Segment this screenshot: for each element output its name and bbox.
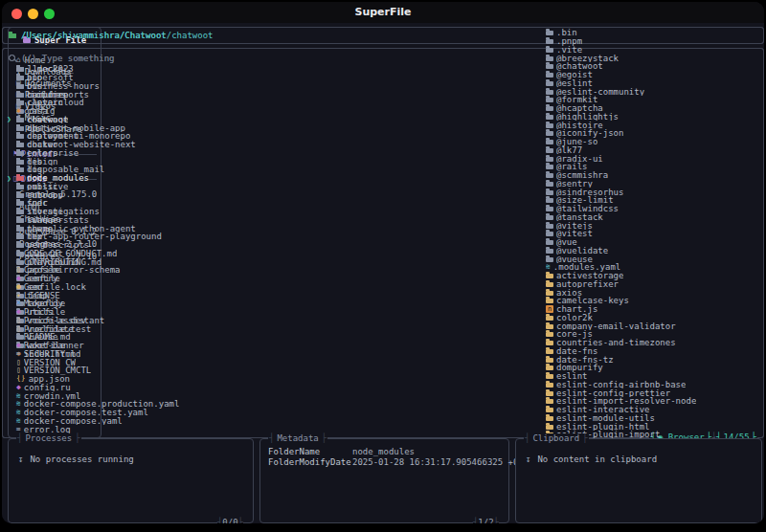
make-icon: ×: [16, 299, 21, 307]
folder-icon: [546, 106, 553, 111]
folder-icon: [16, 227, 24, 232]
file-row[interactable]: ❯ @vitest: [546, 230, 764, 238]
file-row[interactable]: ❯ @iconify-json: [546, 129, 764, 138]
file-row[interactable]: ❯ @highlightjs: [546, 113, 764, 122]
file-row[interactable]: ❯ company-email-validator: [546, 321, 764, 330]
folder-icon: [16, 160, 24, 165]
folder-yellow-icon: [546, 341, 553, 345]
file-row[interactable]: ❯ axios: [546, 288, 764, 297]
folder-yellow-icon: [546, 291, 553, 296]
folder-icon: [16, 210, 24, 214]
file-name: Gemfile: [24, 275, 60, 283]
file-name: swagger: [27, 216, 63, 225]
file-row[interactable]: ❯ dompurify: [546, 364, 764, 372]
file-row[interactable]: ❯ @tanstack: [546, 213, 764, 222]
window-title: SuperFile: [2, 6, 764, 18]
file-row[interactable]: ❯ eslint-plugin-html: [546, 422, 764, 431]
file-row[interactable]: ❯ date-fns-tz: [546, 355, 764, 364]
file-name: coverage: [27, 116, 68, 124]
file-row[interactable]: ❯ eslint-interactive: [546, 406, 764, 414]
file-row[interactable]: ❯ @egoist: [546, 71, 764, 79]
file-row[interactable]: ❯ @tailwindcss: [546, 205, 764, 213]
folder-yellow-icon: [546, 366, 553, 370]
folder-yellow-icon: [546, 358, 553, 363]
file-row[interactable]: ❯ @scmmishra: [546, 171, 764, 180]
clipboard-empty-state: ↧ No content in clipboard: [526, 454, 761, 464]
file-row[interactable]: ❯ eslint: [546, 372, 764, 381]
file-name: crowdin.yml: [24, 391, 81, 400]
folder-icon: [546, 31, 553, 35]
folder-yellow-icon: [546, 274, 553, 278]
file-row[interactable]: ❯ @vuelidate: [546, 247, 764, 255]
file-name: CONTRIBUTING.md: [24, 257, 101, 266]
file-name: @hcaptcha: [556, 104, 603, 113]
folder-config-icon: ✱: [16, 107, 21, 115]
file-row[interactable]: ❯ .vite: [546, 46, 764, 55]
key-icon: ✦: [16, 292, 21, 299]
file-row[interactable]: ❯ eslint-module-utils: [546, 414, 764, 423]
file-row[interactable]: ❯ @breezystack: [546, 54, 764, 62]
file-row[interactable]: ❯ ≋ .modules.yaml: [546, 263, 764, 272]
folder-yellow-icon: [546, 374, 553, 379]
file-row[interactable]: ❯ @eslint: [546, 79, 764, 88]
folder-icon: [16, 134, 24, 139]
file-name: @breezystack: [556, 54, 619, 62]
folder-yellow-icon: [546, 391, 553, 396]
file-row[interactable]: ❯ @radix-ui: [546, 154, 764, 163]
file-row[interactable]: ❯ @size-limit: [546, 196, 764, 205]
folder-icon: [16, 201, 24, 206]
file-row[interactable]: ❯ countries-and-timezones: [546, 339, 764, 347]
folder-icon: [546, 198, 553, 203]
file-row[interactable]: ❯ core-js: [546, 330, 764, 339]
file-row[interactable]: ❯ camelcase-keys: [546, 297, 764, 305]
file-row[interactable]: ❯ @june-so: [546, 138, 764, 146]
folder-yellow-icon: [546, 316, 553, 321]
file-name: eslint-interactive: [556, 406, 650, 414]
file-row[interactable]: ❯ eslint-import-resolver-node: [546, 397, 764, 406]
file-name: rubocop: [27, 190, 63, 199]
file-name: lib: [27, 157, 42, 166]
file-row[interactable]: ❯ n chart.js: [546, 305, 764, 314]
download-icon: ↧: [526, 455, 530, 463]
file-row[interactable]: ❯ @hcaptcha: [546, 104, 764, 113]
file-icon: ▯: [16, 317, 21, 324]
file-row[interactable]: ❯ @lk77: [546, 146, 764, 155]
clipboard-title: Clipboard: [524, 433, 589, 444]
file-icon: ▯: [16, 366, 21, 374]
file-name: autoprefixer: [556, 280, 619, 289]
folder-icon: [16, 93, 24, 98]
folder-icon: [546, 173, 553, 178]
metadata-count: 1/2: [473, 518, 499, 523]
file-row[interactable]: ❯ @formkit: [546, 96, 764, 104]
file-row[interactable]: ❯ @vueuse: [546, 255, 764, 263]
file-name: @highlightjs: [556, 113, 619, 122]
markdown-icon: ≡: [16, 258, 21, 266]
file-row[interactable]: ❯ @chatwoot: [546, 62, 764, 71]
app-content: Super File ⌂ Home ↧ Downloads ▤: [2, 23, 764, 523]
path-folder-icon: [9, 33, 16, 38]
yaml-icon: ≋: [16, 417, 21, 425]
file-row[interactable]: ❯ @rails: [546, 163, 764, 171]
file-row[interactable]: ❯ activestorage: [546, 272, 764, 280]
file-name: config: [24, 107, 56, 116]
folder-icon: [16, 100, 24, 105]
file-row[interactable]: ❯ @eslint-community: [546, 87, 764, 96]
folder-icon: [16, 167, 24, 172]
file-row[interactable]: ❯ @vue: [546, 238, 764, 247]
file-row[interactable]: ❯ date-fns: [546, 347, 764, 356]
ruby-icon: ◆: [16, 275, 21, 282]
file-row[interactable]: ❯ @sindresorhus: [546, 188, 764, 196]
file-name: camelcase-keys: [556, 297, 629, 305]
file-row[interactable]: ❯ @histoire: [546, 121, 764, 129]
file-row[interactable]: ❯ @sentry: [546, 180, 764, 188]
metadata-panel: Metadata FolderName node_modules FolderM…: [259, 438, 509, 523]
file-row[interactable]: ❯ color2k: [546, 314, 764, 322]
file-row[interactable]: ❯ eslint-config-airbnb-base: [546, 381, 764, 389]
file-name: @vue: [556, 238, 577, 247]
file-row[interactable]: ❯ .pnpm: [546, 37, 764, 46]
folder-icon: [16, 185, 24, 189]
file-row[interactable]: ❯ @vitejs: [546, 221, 764, 230]
file-row[interactable]: ❯ autoprefixer: [546, 280, 764, 289]
file-row[interactable]: ❯ .bin: [546, 29, 764, 37]
file-row[interactable]: ❯ eslint-config-prettier: [546, 388, 764, 397]
